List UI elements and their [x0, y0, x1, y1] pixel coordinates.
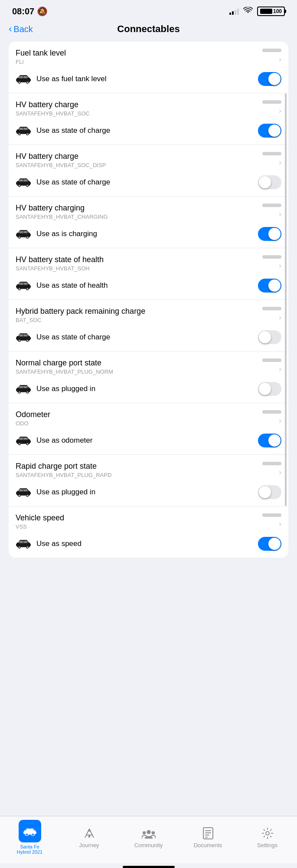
value-bar	[262, 462, 281, 465]
connectable-group-hv-battery-soh: HV battery state of health SANTAFEHYB_HV…	[9, 248, 288, 300]
group-title-area: HV battery state of health SANTAFEHYB_HV…	[16, 255, 262, 272]
group-right[interactable]: ›	[262, 513, 281, 529]
row-label: Use as fuel tank level	[36, 75, 253, 83]
svg-rect-48	[20, 283, 23, 285]
svg-rect-58	[20, 335, 23, 336]
group-right[interactable]: ›	[262, 358, 281, 374]
svg-point-43	[19, 288, 20, 289]
group-right[interactable]: ›	[262, 152, 281, 167]
connectable-group-vehicle-speed: Vehicle speed VSS ›	[9, 506, 288, 558]
svg-rect-86	[16, 492, 18, 494]
toggle-hv-battery-soh[interactable]	[258, 279, 281, 293]
toggle-hv-battery-charge-2[interactable]	[258, 175, 281, 189]
battery-icon: 100	[257, 7, 285, 16]
group-title-area: HV battery charge SANTAFEHYB_HVBAT_SOC_D…	[16, 152, 262, 168]
svg-rect-115	[205, 835, 209, 835]
status-time: 08:07 🔕	[12, 6, 48, 16]
chevron-right-icon: ›	[279, 313, 281, 322]
svg-rect-38	[20, 231, 23, 233]
group-subtitle: SANTAFEHYB_HVBAT_PLUG_RAPD	[16, 472, 262, 478]
community-icon	[142, 826, 156, 840]
group-row-hybrid-battery-remaining: Use as state of charge	[9, 325, 288, 351]
tab-settings[interactable]: Settings	[252, 826, 283, 848]
toggle-rapid-charge-port[interactable]	[258, 485, 281, 499]
chevron-right-icon: ›	[279, 519, 281, 529]
group-right[interactable]: ›	[262, 100, 281, 115]
svg-point-117	[266, 832, 269, 835]
group-subtitle: ODO	[16, 420, 262, 427]
toggle-knob	[259, 331, 271, 343]
svg-rect-36	[16, 234, 18, 236]
toggle-hv-battery-charging[interactable]	[258, 227, 281, 241]
car-icon	[16, 381, 31, 397]
svg-point-33	[19, 237, 20, 238]
connectable-group-hybrid-battery-remaining: Hybrid battery pack remaining charge BAT…	[9, 300, 288, 352]
chevron-right-icon: ›	[279, 261, 281, 270]
group-header-rapid-charge-port: Rapid charge port state SANTAFEHYB_HVBAT…	[9, 455, 288, 480]
toggle-hybrid-battery-remaining[interactable]	[258, 330, 281, 344]
tab-santa-fe-label: Santa Fe Hybrid 2021	[15, 844, 45, 855]
back-button[interactable]: ‹ Back	[9, 23, 33, 35]
toggle-odometer[interactable]	[258, 434, 281, 447]
group-subtitle: SANTAFEHYB_HVBAT_CHARGING	[16, 214, 262, 220]
connectables-card: Fuel tank level FLI ›	[9, 42, 288, 558]
svg-point-110	[142, 831, 146, 835]
group-right[interactable]: ›	[262, 204, 281, 219]
svg-point-102	[26, 833, 28, 836]
svg-rect-79	[24, 438, 27, 440]
svg-point-109	[147, 830, 150, 834]
notification-bell-icon: 🔕	[37, 6, 48, 16]
group-title: Fuel tank level	[16, 49, 262, 58]
svg-rect-114	[205, 832, 211, 833]
chevron-right-icon: ›	[279, 55, 281, 64]
group-right[interactable]: ›	[262, 410, 281, 425]
toggle-fuel-tank-level[interactable]	[258, 72, 281, 86]
toggle-vehicle-speed[interactable]	[258, 537, 281, 551]
status-right: 100	[229, 7, 285, 16]
group-right[interactable]: ›	[262, 255, 281, 270]
toggle-normal-charge-port[interactable]	[258, 382, 281, 396]
home-indicator	[123, 866, 175, 868]
toggle-knob	[268, 538, 281, 550]
group-header-odometer: Odometer ODO ›	[9, 403, 288, 428]
car-icon	[16, 226, 31, 242]
svg-rect-57	[29, 337, 31, 339]
scrollbar[interactable]	[285, 93, 287, 506]
tab-journey[interactable]: Journey	[74, 826, 104, 848]
svg-rect-59	[24, 335, 27, 336]
value-bar	[262, 307, 281, 310]
svg-rect-26	[16, 182, 18, 184]
car-icon	[16, 329, 31, 345]
car-icon	[16, 174, 31, 190]
svg-point-35	[27, 237, 28, 238]
svg-point-65	[27, 391, 28, 393]
svg-point-13	[19, 133, 20, 135]
group-right[interactable]: ›	[262, 49, 281, 64]
toggle-hv-battery-charge-1[interactable]	[258, 124, 281, 138]
svg-point-83	[19, 495, 20, 496]
tab-documents-label: Documents	[194, 842, 222, 848]
svg-rect-8	[20, 76, 23, 78]
group-subtitle: SANTAFEHYB_HVBAT_SOH	[16, 265, 262, 272]
settings-icon	[261, 826, 274, 840]
tab-journey-label: Journey	[79, 842, 99, 848]
tab-bar: Santa Fe Hybrid 2021 Journey	[0, 816, 297, 863]
group-subtitle: BAT_SOC	[16, 317, 262, 323]
group-header-fuel-tank-level: Fuel tank level FLI ›	[9, 42, 288, 67]
battery-level: 100	[273, 8, 282, 14]
group-header-hv-battery-charge-2: HV battery charge SANTAFEHYB_HVBAT_SOC_D…	[9, 145, 288, 170]
tab-santa-fe[interactable]: Santa Fe Hybrid 2021	[15, 820, 45, 855]
tab-community[interactable]: Community	[134, 826, 164, 848]
svg-rect-66	[16, 389, 18, 391]
svg-rect-104	[23, 832, 25, 834]
svg-rect-98	[20, 541, 23, 543]
svg-rect-76	[16, 441, 18, 443]
documents-icon	[201, 826, 215, 840]
tab-documents[interactable]: Documents	[193, 826, 223, 848]
svg-rect-99	[24, 541, 27, 543]
svg-rect-108	[88, 835, 90, 838]
group-row-hv-battery-charge-2: Use as state of charge	[9, 170, 288, 196]
group-subtitle: SANTAFEHYB_HVBAT_SOC	[16, 110, 262, 117]
group-right[interactable]: ›	[262, 462, 281, 477]
group-right[interactable]: ›	[262, 307, 281, 322]
